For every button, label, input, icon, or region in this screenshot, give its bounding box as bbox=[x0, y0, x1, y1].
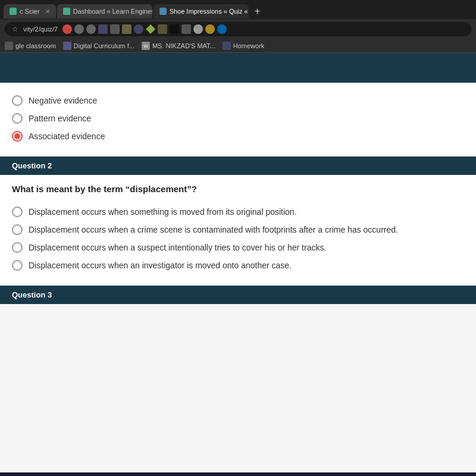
radio-btn-negative[interactable] bbox=[12, 95, 23, 106]
option-negative-evidence[interactable]: Negative evidence bbox=[12, 92, 464, 109]
browser-toolbar-icons bbox=[62, 24, 227, 34]
bookmark-homework[interactable]: Homework bbox=[223, 42, 265, 50]
radio-btn-associated[interactable] bbox=[12, 131, 23, 142]
question2-header-label: Question 2 bbox=[12, 161, 52, 170]
tab-label: Dashboard « Learn Engines bbox=[73, 8, 152, 15]
option-displacement-2[interactable]: Displacement occurs when a crime scene i… bbox=[12, 221, 464, 239]
url-text: vity/2/quiz/7 bbox=[23, 26, 58, 33]
question2-text: What is meant by the term “displacement”… bbox=[0, 175, 476, 200]
icon-square2 bbox=[110, 24, 120, 34]
url-box[interactable]: ☆ vity/2/quiz/7 bbox=[5, 22, 471, 36]
bookmark-classroom[interactable]: gle classroom bbox=[5, 42, 56, 50]
icon-circle5 bbox=[205, 24, 215, 34]
tab-shoe-impressions[interactable]: Shoe Impressions « Quiz « Diab ✕ bbox=[154, 4, 249, 18]
bookmark-icon bbox=[63, 42, 71, 50]
option-label-negative: Negative evidence bbox=[29, 96, 97, 105]
radio-btn-d3[interactable] bbox=[12, 242, 23, 253]
tab-icon bbox=[63, 8, 70, 15]
new-tab-btn[interactable]: + bbox=[250, 4, 265, 19]
question3-header-label: Question 3 bbox=[12, 290, 52, 299]
option-pattern-evidence[interactable]: Pattern evidence bbox=[12, 109, 464, 127]
dark-header-banner bbox=[0, 53, 476, 83]
icon-circle6 bbox=[217, 24, 227, 34]
option-displacement-4[interactable]: Displacement occurs when an investigator… bbox=[12, 256, 464, 274]
bookmarks-bar: gle classroom Digital Curriculum f... W … bbox=[0, 39, 476, 53]
tab-bar: c Scier ✕ Dashboard « Learn Engines ✕ Sh… bbox=[0, 0, 476, 19]
bookmark-nikzad[interactable]: W MS. NIKZAD'S MAT... bbox=[142, 42, 215, 50]
question2-label: What is meant by the term “displacement”… bbox=[12, 184, 197, 194]
question2-header: Question 2 bbox=[0, 156, 476, 175]
option-label-pattern: Pattern evidence bbox=[29, 114, 91, 123]
tab-close-btn[interactable]: ✕ bbox=[45, 8, 50, 15]
radio-btn-d4[interactable] bbox=[12, 260, 23, 271]
question1-options: Negative evidence Pattern evidence Assoc… bbox=[0, 83, 476, 154]
option-label-d2: Displacement occurs when a crime scene i… bbox=[29, 225, 398, 234]
icon-square5 bbox=[170, 24, 179, 34]
tab-label: c Scier bbox=[20, 8, 40, 15]
tab-icon bbox=[159, 8, 167, 15]
icon-square6 bbox=[181, 24, 191, 34]
radio-btn-d1[interactable] bbox=[12, 206, 23, 217]
option-label-d3: Displacement occurs when a suspect inten… bbox=[29, 243, 326, 252]
bookmark-icon: W bbox=[142, 42, 150, 50]
radio-btn-d2[interactable] bbox=[12, 224, 23, 235]
radio-btn-pattern[interactable] bbox=[12, 113, 23, 124]
bookmark-label: gle classroom bbox=[15, 42, 56, 49]
icon-circle2 bbox=[86, 24, 96, 34]
option-label-d4: Displacement occurs when an investigator… bbox=[29, 261, 292, 270]
icon-square1 bbox=[98, 24, 108, 34]
bookmark-label: Homework bbox=[233, 42, 265, 49]
tab-dashboard[interactable]: Dashboard « Learn Engines ✕ bbox=[57, 4, 152, 18]
bookmark-label: MS. NIKZAD'S MAT... bbox=[152, 42, 215, 49]
bookmark-digital-curriculum[interactable]: Digital Curriculum f... bbox=[63, 42, 134, 50]
question3-header: Question 3 bbox=[0, 286, 476, 304]
icon-circle4 bbox=[193, 24, 203, 34]
icon-circle1 bbox=[74, 24, 84, 34]
page-content: Negative evidence Pattern evidence Assoc… bbox=[0, 53, 476, 472]
icon-square4 bbox=[158, 24, 167, 34]
browser-chrome: c Scier ✕ Dashboard « Learn Engines ✕ Sh… bbox=[0, 0, 476, 53]
icon-diamond bbox=[146, 24, 155, 34]
question2-options: Displacement occurs when something is mo… bbox=[0, 200, 476, 283]
option-displacement-1[interactable]: Displacement occurs when something is mo… bbox=[12, 203, 464, 221]
address-bar: ☆ vity/2/quiz/7 bbox=[0, 19, 476, 39]
option-displacement-3[interactable]: Displacement occurs when a suspect inten… bbox=[12, 239, 464, 256]
tab-label: Shoe Impressions « Quiz « Diab bbox=[170, 8, 249, 15]
icon-red bbox=[62, 24, 72, 34]
tab-science[interactable]: c Scier ✕ bbox=[4, 4, 56, 18]
tab-icon bbox=[10, 8, 17, 15]
bookmark-label: Digital Curriculum f... bbox=[74, 42, 134, 49]
star-icon: ☆ bbox=[12, 25, 18, 33]
option-label-d1: Displacement occurs when something is mo… bbox=[29, 207, 297, 217]
icon-circle3 bbox=[134, 24, 143, 34]
option-label-associated: Associated evidence bbox=[29, 131, 105, 141]
bookmark-icon bbox=[5, 42, 13, 50]
option-associated-evidence[interactable]: Associated evidence bbox=[12, 127, 464, 145]
icon-square3 bbox=[122, 24, 131, 34]
bookmark-icon bbox=[223, 42, 231, 50]
